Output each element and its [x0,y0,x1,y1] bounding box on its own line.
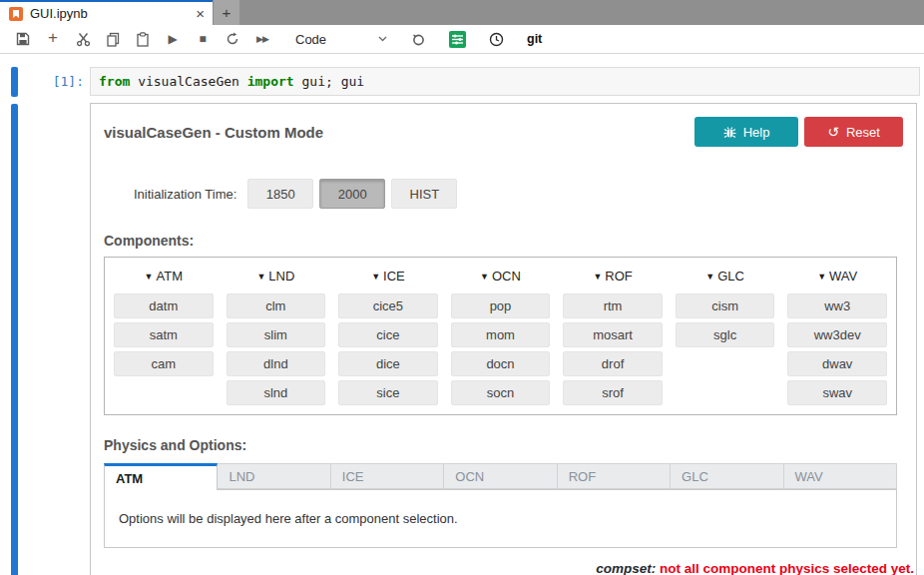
cell-type-value: Code [295,32,326,47]
git-menu[interactable]: git [527,32,542,46]
caret-down-icon: ▼ [593,272,602,282]
component-option-mosart[interactable]: mosart [563,322,663,347]
paste-cells-button[interactable] [128,27,158,51]
component-column-ice: ▼ICEcice5cicedicesice [338,264,438,405]
help-button-label: Help [743,125,770,140]
physics-tab-ice[interactable]: ICE [331,463,444,489]
copy-icon [106,32,121,47]
component-column-wav: ▼WAVww3ww3devdwavswav [787,264,887,405]
component-dropdown-ice[interactable]: ▼ICE [338,264,438,289]
component-dropdown-ocn[interactable]: ▼OCN [451,264,551,289]
new-tab-button[interactable]: + [213,0,239,25]
init-time-option-2000[interactable]: 2000 [319,179,385,209]
plus-icon: + [48,28,58,48]
restart-run-all-button[interactable]: ▶▶ [247,27,277,51]
physics-tab-rof[interactable]: ROF [558,463,671,489]
stop-kernel-button[interactable]: ■ [188,27,218,51]
undo-icon: ↺ [827,125,839,139]
reset-button-label: Reset [846,125,880,140]
physics-tabs: ATMLNDICEOCNROFGLCWAV [104,463,897,489]
notebook-toolbar: + ▶ ■ [0,25,924,54]
copy-cells-button[interactable] [98,27,128,51]
component-option-pop[interactable]: pop [451,293,551,318]
help-button[interactable]: Help [694,117,798,147]
save-button[interactable] [8,27,38,51]
caret-down-icon: ▼ [256,272,265,282]
jupyter-window: GUI.ipynb × + + [0,0,924,575]
widget-actions: Help ↺ Reset [694,117,903,147]
component-option-rtm[interactable]: rtm [563,293,663,318]
component-option-dice[interactable]: dice [338,351,438,376]
component-option-srof[interactable]: srof [563,380,663,405]
physics-label: Physics and Options: [104,437,903,453]
settings-sliders-button[interactable] [442,27,472,51]
run-cell-button[interactable]: ▶ [158,27,188,51]
scissors-icon [76,32,91,47]
physics-tab-glc[interactable]: GLC [671,463,783,489]
component-option-swav[interactable]: swav [787,380,887,405]
output-cell-collapser[interactable] [11,104,18,575]
component-option-docn[interactable]: docn [451,351,551,376]
component-option-cice5[interactable]: cice5 [338,293,438,318]
run-icon: ▶ [168,32,177,46]
component-dropdown-atm[interactable]: ▼ATM [114,264,214,289]
component-option-dlnd[interactable]: dlnd [227,351,326,376]
init-time-label: Initialization Time: [134,187,236,202]
cut-cells-button[interactable] [68,27,98,51]
init-time-option-hist[interactable]: HIST [391,179,457,209]
component-dropdown-lnd[interactable]: ▼LND [227,264,326,289]
save-icon [16,32,30,46]
toolbar-extensions: git [403,27,542,51]
reset-button[interactable]: ↺ Reset [804,117,903,147]
tab-bar: GUI.ipynb × + [0,0,924,25]
physics-tab-wav[interactable]: WAV [784,463,897,489]
compset-message: not all component physics selected yet. [656,561,914,575]
physics-tab-lnd[interactable]: LND [218,463,330,489]
caret-down-icon: ▼ [480,272,489,282]
visualcasegen-widget: visualCaseGen - Custom Mode [90,103,917,575]
component-option-ww3[interactable]: ww3 [787,293,887,318]
add-cell-button[interactable]: + [38,27,68,51]
component-option-dwav[interactable]: dwav [787,351,887,376]
component-header-label: GLC [717,269,744,284]
kernel-status-button[interactable] [403,27,433,51]
component-option-cice[interactable]: cice [338,322,438,347]
component-option-sglc[interactable]: sglc [676,322,775,347]
code-cell-editor[interactable]: from visualCaseGen import gui; gui [90,67,920,96]
component-option-drof[interactable]: drof [563,351,663,376]
caret-down-icon: ▼ [145,272,154,282]
component-option-cam[interactable]: cam [114,351,214,376]
component-option-sice[interactable]: sice [338,380,438,405]
bug-icon [723,126,736,139]
component-option-datm[interactable]: datm [114,293,214,318]
execution-count: [1]: [22,74,84,89]
kernel-status-icon [410,32,426,47]
restart-kernel-button[interactable] [218,27,247,51]
physics-tab-atm[interactable]: ATM [104,463,218,490]
component-option-slnd[interactable]: slnd [227,380,326,405]
component-dropdown-glc[interactable]: ▼GLC [676,264,775,289]
component-dropdown-rof[interactable]: ▼ROF [563,264,663,289]
close-tab-icon[interactable]: × [196,6,205,21]
physics-tab-ocn[interactable]: OCN [444,463,557,489]
component-dropdown-wav[interactable]: ▼WAV [787,264,887,289]
caret-down-icon: ▼ [817,272,826,282]
component-option-clm[interactable]: clm [227,293,326,318]
component-column-ocn: ▼OCNpopmomdocnsocn [451,264,551,405]
chevron-down-icon [378,36,387,42]
tab-title: GUI.ipynb [30,6,88,21]
execution-time-button[interactable] [481,27,511,51]
restart-icon [226,32,239,46]
input-cell-collapser[interactable] [11,67,18,97]
component-option-cism[interactable]: cism [676,293,775,318]
component-option-ww3dev[interactable]: ww3dev [787,322,887,347]
init-time-option-1850[interactable]: 1850 [247,179,313,209]
clock-icon [489,32,504,47]
notebook-tab[interactable]: GUI.ipynb × [0,0,213,25]
component-option-slim[interactable]: slim [227,322,326,347]
components-grid: ▼ATMdatmsatmcam▼LNDclmslimdlndslnd▼ICEci… [114,264,887,405]
cell-type-dropdown[interactable]: Code [295,32,387,47]
component-option-satm[interactable]: satm [114,322,214,347]
component-option-socn[interactable]: socn [451,380,551,405]
component-option-mom[interactable]: mom [451,322,551,347]
